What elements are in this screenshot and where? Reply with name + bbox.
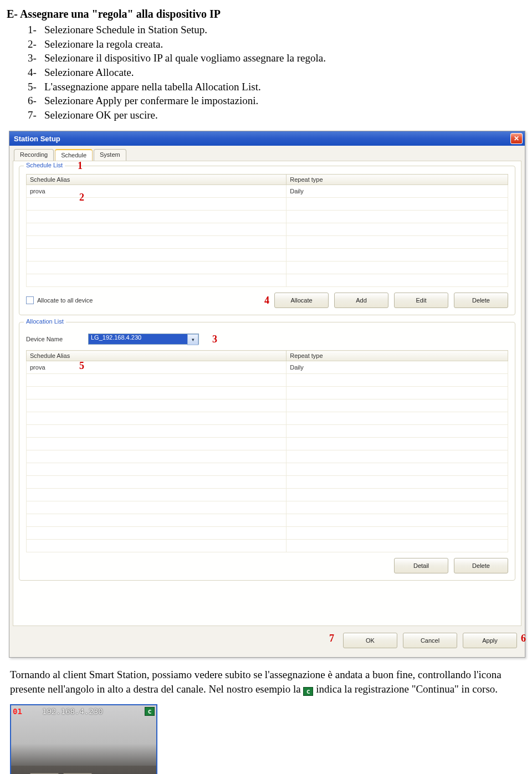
allocate-all-label: Allocate to all device [37,297,93,304]
allocation-table: Schedule Alias Repeat type prova Daily .… [26,350,508,552]
table-row[interactable]: prova Daily [27,185,508,198]
chevron-down-icon[interactable]: ▾ [187,334,198,345]
instruction-list: 1-Selezionare Schedule in Station Setup.… [28,23,525,122]
tab-system[interactable]: System [94,149,126,161]
dialog-titlebar: Station Setup ✕ [9,131,525,146]
table-row: . [27,450,508,463]
alloc-col-alias[interactable]: Schedule Alias [27,351,287,361]
table-row: . [27,399,508,412]
callout-4: 4 [264,295,269,306]
list-item: 2-Selezionare la regola creata. [28,37,525,52]
edit-button[interactable]: Edit [394,293,448,308]
table-row: . [27,374,508,387]
list-item: 5-L'assegnazione appare nella tabella Al… [28,80,525,94]
dialog-title: Station Setup [14,135,60,143]
table-row: . [27,425,508,438]
table-row: . [27,249,508,262]
ok-button[interactable]: OK [343,633,397,648]
tab-recording[interactable]: Recording [14,149,54,161]
list-item: 7-Selezionare OK per uscire. [28,108,525,122]
table-row: . [27,211,508,223]
table-row: . [27,527,508,540]
table-row: . [27,262,508,274]
add-button[interactable]: Add [334,293,388,308]
list-item: 6-Selezionare Apply per confermare le im… [28,94,525,108]
list-item: 4-Selezionare Allocate. [28,65,525,80]
station-setup-dialog: Station Setup ✕ Recording Schedule Syste… [9,131,525,658]
table-row: . [27,274,508,287]
allocate-button[interactable]: Allocate [274,293,329,308]
continuous-rec-icon: c [145,707,155,716]
section-heading: E- Assegnare una "regola" alla dispositi… [7,8,525,20]
table-row: . [27,387,508,399]
apply-button[interactable]: Apply [463,633,517,648]
continuous-rec-icon: c [303,687,313,696]
allocate-all-checkbox[interactable]: Allocate to all device [26,296,93,304]
table-row: . [27,236,508,249]
close-icon[interactable]: ✕ [510,133,523,144]
group-title-schedule: Schedule List [24,162,65,168]
table-row: . [27,540,508,552]
checkbox-icon[interactable] [26,296,34,304]
cancel-button[interactable]: Cancel [403,633,457,648]
table-row: . [27,476,508,489]
table-row: . [27,514,508,527]
device-name-combo[interactable]: LG_192.168.4.230 ▾ [88,334,199,345]
callout-6: 6 [521,633,526,644]
camera-thumbnail: 01 192.168.4.230 c 2011.10.19 15:43:58:7… [10,704,157,774]
heading-prefix: E- [7,8,20,20]
thumbnail-channel: 01 [13,707,22,716]
table-row: . [27,489,508,501]
schedule-col-repeat[interactable]: Repeat type [287,175,508,185]
list-item: 1-Selezionare Schedule in Station Setup. [28,23,525,37]
table-row: . [27,198,508,211]
delete-button[interactable]: Delete [454,293,508,308]
table-row: . [27,438,508,450]
dialog-tabs: Recording Schedule System [11,147,524,161]
schedule-table: Schedule Alias Repeat type prova Daily .… [26,174,508,287]
list-item: 3-Selezionare il dispositivo IP al quale… [28,51,525,65]
table-row: . [27,501,508,514]
alloc-col-repeat[interactable]: Repeat type [287,351,508,361]
table-row: . [27,223,508,236]
schedule-list-group: Schedule List Schedule Alias Repeat type… [19,166,515,315]
allocation-list-group: Allocation List Device Name LG_192.168.4… [19,322,515,581]
detail-button[interactable]: Detail [394,558,448,573]
tab-schedule[interactable]: Schedule [55,149,93,161]
device-name-label: Device Name [26,336,81,342]
group-title-allocation: Allocation List [24,318,66,325]
table-row: . [27,412,508,425]
heading-text: Assegnare una "regola" alla dispositivo … [20,8,221,20]
table-row[interactable]: prova Daily [27,361,508,374]
thumbnail-ip: 192.168.4.230 [42,707,103,716]
device-name-value[interactable]: LG_192.168.4.230 [88,334,199,345]
schedule-col-alias[interactable]: Schedule Alias [27,175,287,185]
callout-3: 3 [212,334,217,345]
callout-7: 7 [329,633,334,644]
delete2-button[interactable]: Delete [454,558,508,573]
result-paragraph: Tornando al client Smart Station, possia… [10,668,522,696]
table-row: . [27,463,508,476]
